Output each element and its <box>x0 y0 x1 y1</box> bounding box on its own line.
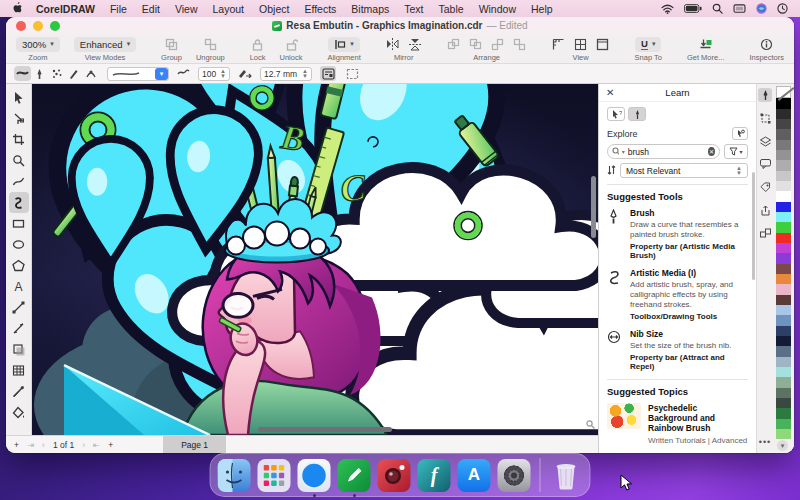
canvas-vertical-scrollbar[interactable] <box>591 176 596 238</box>
view-mode-dropdown[interactable]: Enhanced▾ <box>74 37 136 52</box>
sort-dropdown[interactable]: Most Relevant▲▼ <box>620 163 748 178</box>
to-front-button[interactable] <box>447 37 461 51</box>
tool-item-brush[interactable]: Brush Draw a curve that resembles a pain… <box>607 208 748 260</box>
palette-swatch[interactable] <box>776 388 791 398</box>
add-page-button-left[interactable]: + <box>14 440 19 450</box>
get-more-button[interactable] <box>699 37 713 51</box>
window-title-bar[interactable]: Resa Embutin - Graphics Imagination.cdr … <box>6 17 794 34</box>
calligraphic-mode-button[interactable] <box>65 66 82 81</box>
comments-inspector-icon[interactable] <box>758 157 772 171</box>
palette-swatch[interactable] <box>776 326 791 336</box>
next-page-button[interactable]: › <box>82 440 85 450</box>
tool-item-nib-size[interactable]: Nib Size Set the size of the brush nib. … <box>607 329 748 371</box>
menu-item-table[interactable]: Table <box>439 3 464 15</box>
zoom-level-dropdown[interactable]: 300%▾ <box>16 37 60 52</box>
table-tool[interactable] <box>9 360 29 381</box>
shape-tool[interactable] <box>9 108 29 129</box>
crop-tool[interactable] <box>9 129 29 150</box>
menu-item-edit[interactable]: Edit <box>142 3 160 15</box>
group-button[interactable] <box>165 37 179 51</box>
effects-inspector-icon[interactable] <box>758 134 772 148</box>
menu-item-effects[interactable]: Effects <box>304 3 336 15</box>
export-inspector-icon[interactable] <box>758 203 772 217</box>
canvas-horizontal-scrollbar[interactable] <box>258 427 392 432</box>
clear-search-icon[interactable]: ✕ <box>708 147 715 156</box>
palette-swatch[interactable] <box>776 274 791 284</box>
fill-tool[interactable] <box>9 402 29 423</box>
menu-item-app[interactable]: CorelDRAW <box>36 3 95 15</box>
first-page-button[interactable]: ⇥ <box>27 440 34 450</box>
drawing-canvas[interactable]: A B C <box>32 84 598 435</box>
palette-swatch[interactable] <box>776 181 791 191</box>
nib-width-input[interactable]: 12.7 mm▲▼ <box>260 67 312 81</box>
palette-swatch[interactable] <box>776 150 791 160</box>
palette-swatch[interactable] <box>776 253 791 263</box>
freehand-tool[interactable] <box>9 171 29 192</box>
dimension-tool[interactable] <box>9 318 29 339</box>
palette-swatch[interactable] <box>776 140 791 150</box>
dock-trash-icon[interactable] <box>550 459 583 492</box>
palette-swatch[interactable] <box>776 408 791 418</box>
canvas-zoom-icon[interactable] <box>586 415 595 433</box>
palette-swatch[interactable] <box>776 357 791 367</box>
bezier-tool[interactable] <box>9 297 29 318</box>
filter-button[interactable]: ▾ <box>724 144 748 159</box>
palette-swatch[interactable] <box>776 202 791 212</box>
menu-item-layout[interactable]: Layout <box>213 3 245 15</box>
palette-swatch[interactable] <box>776 295 791 305</box>
palette-swatch[interactable] <box>776 315 791 325</box>
display-icon[interactable] <box>733 4 746 14</box>
palette-swatch[interactable] <box>776 129 791 139</box>
connect-inspector-icon[interactable] <box>758 226 772 240</box>
menu-item-bitmaps[interactable]: Bitmaps <box>351 3 389 15</box>
apple-menu-icon[interactable] <box>12 1 23 16</box>
palette-swatch[interactable] <box>776 284 791 294</box>
forward-one-button[interactable] <box>491 37 505 51</box>
palette-swatch[interactable] <box>776 346 791 356</box>
stroke-dropdown-chevron[interactable]: ▾ <box>155 68 168 80</box>
previous-page-button[interactable]: ‹ <box>42 440 45 450</box>
rulers-button[interactable] <box>552 37 566 51</box>
to-back-button[interactable] <box>469 37 483 51</box>
lock-button[interactable] <box>251 37 265 51</box>
palette-swatch[interactable] <box>776 86 791 98</box>
border-button[interactable] <box>344 66 360 81</box>
brush-mode-button[interactable] <box>31 66 48 81</box>
search-input[interactable] <box>628 147 705 157</box>
dock-app-store-icon[interactable]: A <box>458 459 491 492</box>
palette-swatch[interactable] <box>776 160 791 170</box>
battery-icon[interactable] <box>684 4 702 13</box>
palette-scroll-down-icon[interactable]: ▾ <box>777 440 788 451</box>
unlock-button[interactable] <box>284 37 298 51</box>
palette-swatch[interactable] <box>776 367 791 377</box>
dock-system-settings-icon[interactable] <box>498 459 531 492</box>
clock-icon[interactable] <box>777 3 788 14</box>
properties-inspector-icon[interactable] <box>758 180 772 194</box>
wifi-icon[interactable] <box>661 4 674 14</box>
palette-swatch[interactable] <box>776 222 791 232</box>
explore-toggle[interactable] <box>628 107 646 121</box>
search-field[interactable]: ▾ ✕ <box>607 144 720 159</box>
mirror-horizontal-button[interactable] <box>386 37 400 51</box>
smoothing-input[interactable]: 100▲▼ <box>198 67 230 81</box>
menu-item-view[interactable]: View <box>175 3 198 15</box>
palette-swatch[interactable] <box>776 429 791 439</box>
menu-item-file[interactable]: File <box>110 3 127 15</box>
polygon-tool[interactable] <box>9 255 29 276</box>
dock-safari-icon[interactable] <box>298 459 331 492</box>
palette-swatch[interactable] <box>776 109 791 119</box>
menu-item-help[interactable]: Help <box>531 3 553 15</box>
text-wrap-button[interactable] <box>320 66 336 81</box>
page-border-button[interactable] <box>596 37 610 51</box>
menu-item-text[interactable]: Text <box>404 3 423 15</box>
hints-pointer-toggle[interactable]: ? <box>607 107 625 121</box>
palette-swatch[interactable] <box>776 398 791 408</box>
dock-finder-icon[interactable] <box>218 459 251 492</box>
palette-swatch[interactable] <box>776 119 791 129</box>
palette-swatch[interactable] <box>776 305 791 315</box>
text-tool[interactable]: A <box>9 276 29 297</box>
expression-mode-button[interactable] <box>82 66 99 81</box>
contextual-help-button[interactable] <box>732 127 748 140</box>
close-panel-icon[interactable]: ✕ <box>606 87 614 98</box>
palette-swatch[interactable] <box>776 191 791 201</box>
